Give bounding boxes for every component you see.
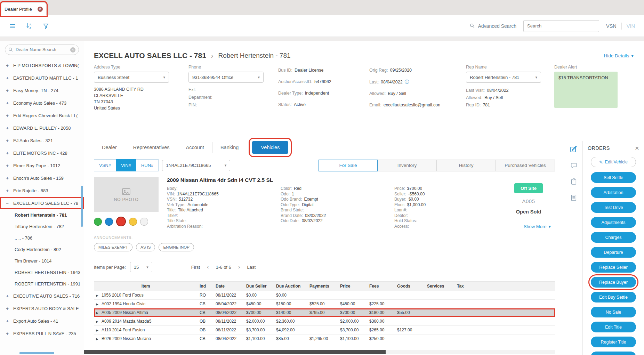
column-header[interactable]: Due Auction (274, 282, 307, 291)
sidebar-dealer-item[interactable]: + Export Auto Sales - 41 (0, 315, 84, 327)
profile-tab[interactable]: Account (178, 142, 212, 153)
window-tab-dealer-profile[interactable]: Dealer Profile ✕ (1, 3, 46, 15)
orders-action-button[interactable]: Test Drive (591, 202, 636, 213)
profile-tab[interactable]: Vehicles (252, 141, 288, 154)
menu-icon[interactable] (9, 23, 16, 30)
sidebar-dealer-item[interactable]: + Edd Rogers Chevrolet Buick LL( (0, 109, 84, 122)
vehicle-row[interactable]: ▶A009 2014 Mazda Mazda5 OB 08/11/2022 $2… (94, 317, 555, 326)
expand-toggle-icon[interactable]: + (5, 138, 9, 143)
orders-action-button[interactable]: Charges (591, 232, 636, 243)
column-header[interactable]: Due Seller (244, 282, 274, 291)
sidebar-dealer-item[interactable]: Robert Hertenstein - 781 (0, 209, 84, 221)
vehicle-light-dot[interactable] (140, 218, 148, 226)
column-header[interactable]: Fees (367, 282, 395, 291)
vehicle-photo-placeholder[interactable]: NO PHOTO (94, 177, 159, 212)
orders-button-partial[interactable] (591, 352, 636, 355)
profile-tab[interactable]: Dealer (94, 142, 125, 153)
vehicle-filter-button[interactable]: History (437, 160, 496, 171)
row-expand-icon[interactable]: ▶ (96, 294, 98, 297)
sidebar-dealer-item[interactable]: + EASTEND AUTO MART LLC - 1 (0, 72, 84, 84)
orders-action-button[interactable]: Departure (591, 247, 636, 258)
vehicle-filter-button[interactable]: Inventory (378, 160, 437, 171)
orders-action-button[interactable]: Edit Title (591, 322, 636, 332)
orders-action-button[interactable]: Register Title (591, 337, 636, 347)
vehicle-filter-button[interactable]: For Sale (319, 160, 378, 171)
sidebar-dealer-item[interactable]: + ELITE MOTORS INC - 428 (0, 147, 84, 159)
expand-toggle-icon[interactable]: − (5, 201, 9, 206)
orders-action-button[interactable]: Edit Buy Settle (591, 292, 636, 302)
profile-tab[interactable]: Banking (212, 142, 247, 153)
sidebar-dealer-item[interactable]: Tim Brewer - 1014 (0, 255, 84, 267)
pagination-prev-icon[interactable]: ‹ (207, 264, 209, 271)
column-header[interactable]: Tax (455, 282, 475, 291)
address-type-select[interactable]: Business Street ▾ (94, 72, 169, 83)
sidebar-dealer-item[interactable]: + Extreme Auto Sales - 160 (0, 340, 84, 344)
sidebar-dealer-item[interactable]: + EJ Auto Sales - 321 (0, 134, 84, 147)
orders-action-button[interactable]: No Sale (591, 307, 636, 317)
vehicle-light-dot[interactable] (94, 218, 102, 226)
info-icon[interactable]: ⓘ (405, 76, 409, 88)
sidebar-dealer-item[interactable]: + EXPRESS PULL N SAVE - 235 (0, 327, 84, 340)
close-icon[interactable]: × (635, 146, 639, 151)
expand-toggle-icon[interactable]: + (5, 75, 9, 81)
orders-action-button[interactable]: Replace Seller (591, 262, 636, 273)
expand-toggle-icon[interactable]: + (5, 113, 9, 118)
clear-search-icon[interactable]: ✕ (70, 47, 75, 53)
vehicle-row[interactable]: ▶A005 2009 Nissan Altima CB 08/04/2022 $… (94, 308, 555, 317)
sidebar-dealer-item[interactable]: + Enoch's Auto Sales - 159 (0, 172, 84, 184)
sidebar-dealer-item[interactable]: + EXECUTIVE AUTO SALES - 716 (0, 290, 84, 302)
clipboard-icon[interactable] (570, 178, 577, 185)
sidebar-dealer-item[interactable]: + Eric Rajotte - 883 (0, 184, 84, 197)
sidebar-vertical-scrollbar[interactable] (81, 186, 83, 227)
expand-toggle-icon[interactable]: + (5, 88, 9, 93)
expand-toggle-icon[interactable]: + (5, 176, 9, 181)
filter-icon[interactable] (43, 23, 49, 29)
tab-close-icon[interactable]: ✕ (38, 7, 43, 12)
vehicle-search-segment[interactable]: VSN# (94, 159, 116, 171)
show-more-link[interactable]: Show More ▾ (524, 224, 551, 229)
expand-toggle-icon[interactable]: + (5, 306, 9, 311)
sidebar-dealer-item[interactable]: Cody Hertenstein - 802 (0, 244, 84, 255)
edit-vehicle-button[interactable]: ✎ Edit Vehicle (591, 157, 636, 167)
phone-select[interactable]: 931-368-9544 Office ▾ (188, 72, 264, 83)
orders-action-button[interactable]: Arbitration (591, 187, 636, 198)
row-expand-icon[interactable]: ▶ (96, 337, 98, 341)
row-expand-icon[interactable]: ▶ (96, 311, 98, 315)
row-expand-icon[interactable]: ▶ (96, 329, 98, 332)
vehicle-light-dot[interactable] (116, 217, 126, 226)
sidebar-horizontal-scrollbar[interactable] (19, 352, 54, 354)
pagination-next-icon[interactable]: › (238, 264, 240, 271)
dealer-search-input[interactable] (16, 47, 68, 52)
vehicle-row[interactable]: ▶A110 2014 Ford Fusion OB 08/11/2022 $3,… (94, 326, 555, 334)
expand-toggle-icon[interactable]: + (5, 344, 9, 345)
expand-toggle-icon[interactable]: + (5, 188, 9, 193)
column-header[interactable]: Date (214, 282, 244, 291)
vehicle-row[interactable]: ▶1056 2010 Ford Focus RO 08/11/2022 $0.0… (94, 291, 555, 300)
vehicle-filter-button[interactable]: Purchased Vehicles (496, 160, 555, 171)
expand-toggle-icon[interactable]: + (5, 163, 9, 168)
page-size-select[interactable]: 15 ▾ (130, 262, 152, 272)
vehicle-row[interactable]: ▶A002 1994 Honda Civic CB 08/04/2022 $45… (94, 300, 555, 308)
main-horizontal-scrollbar[interactable] (84, 350, 386, 354)
sidebar-dealer-item[interactable]: + EDWARD L. PULLEY - 2058 (0, 122, 84, 134)
sidebar-dealer-item[interactable]: ROBERT HERTENSTEIN - 1991 (0, 278, 84, 290)
edit-notes-icon[interactable] (570, 145, 578, 153)
vehicle-light-dot[interactable] (129, 218, 137, 226)
advanced-search-button[interactable]: Advanced Search (470, 23, 516, 29)
column-header[interactable]: Ind (198, 282, 214, 291)
vehicle-search-segment[interactable]: VIN# (116, 159, 136, 171)
vehicle-row[interactable]: ▶B026 2009 Nissan Murano CB 08/04/2022 $… (94, 334, 555, 343)
vsn-button[interactable]: VSN (606, 23, 617, 29)
sidebar-dealer-item[interactable]: − EXCELL AUTO SALES LLC - 78 (0, 197, 84, 209)
sidebar-dealer-item[interactable]: ROBERT HERTENSTEIN - 1943 (0, 267, 84, 278)
column-header[interactable]: Item (94, 282, 198, 291)
row-expand-icon[interactable]: ▶ (96, 302, 98, 306)
expand-toggle-icon[interactable]: + (5, 293, 9, 299)
column-header[interactable]: Payments (307, 282, 338, 291)
sort-az-icon[interactable]: AZ (26, 22, 33, 30)
expand-toggle-icon[interactable]: + (5, 151, 9, 156)
sidebar-dealer-item[interactable]: + Easy Money- TN - 274 (0, 84, 84, 97)
hide-details-link[interactable]: Hide Details ▾ (604, 53, 634, 58)
vehicle-search-segment[interactable]: RUN# (136, 159, 159, 171)
sidebar-dealer-item[interactable]: Tiffany Hertenstein - 782 (0, 221, 84, 232)
